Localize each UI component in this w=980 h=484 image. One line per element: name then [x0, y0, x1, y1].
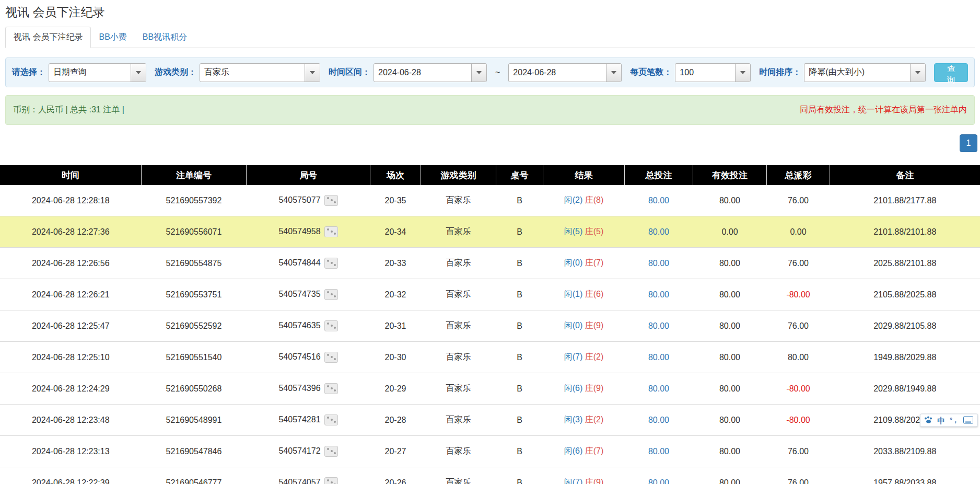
- chevron-down-icon[interactable]: [910, 64, 925, 82]
- sort-order-select[interactable]: [804, 63, 926, 82]
- valid-bet-cell: 80.00: [693, 310, 767, 342]
- sort-order-group: 时间排序：: [759, 63, 926, 82]
- valid-bet-cell: 0.00: [693, 216, 767, 248]
- time-cell: 2024-06-28 12:26:21: [0, 279, 142, 310]
- query-type-input[interactable]: [49, 64, 131, 82]
- total-bet-link[interactable]: 80.00: [648, 384, 669, 393]
- total-bet-link[interactable]: 80.00: [648, 227, 669, 236]
- tab-active[interactable]: 视讯 会员下注纪录: [5, 27, 91, 48]
- dice-icon[interactable]: [324, 289, 338, 300]
- chevron-down-icon[interactable]: [606, 64, 621, 82]
- total-bet-link[interactable]: 80.00: [648, 290, 669, 299]
- round-number: 540574516: [278, 352, 320, 361]
- tab-link[interactable]: BB小费: [91, 27, 134, 48]
- search-button[interactable]: 查询: [934, 63, 968, 82]
- date-to-group: [508, 63, 622, 82]
- date-to-picker[interactable]: [508, 63, 622, 82]
- page-size-select[interactable]: [675, 63, 751, 82]
- time-cell: 2024-06-28 12:27:36: [0, 216, 142, 248]
- round-number-cell: 540574172: [247, 436, 370, 467]
- date-from-picker[interactable]: [374, 63, 487, 82]
- remark-cell: 2101.88/2101.88: [830, 216, 980, 248]
- game-type-cell: 百家乐: [421, 405, 496, 436]
- ime-keyboard-icon[interactable]: [963, 417, 973, 424]
- date-from-input[interactable]: [374, 64, 471, 82]
- dice-icon[interactable]: [324, 352, 338, 363]
- player-result: 闲(0): [564, 321, 583, 330]
- valid-bet-cell: 80.00: [693, 436, 767, 467]
- banker-result: 庄(6): [585, 290, 604, 298]
- dice-icon[interactable]: [324, 446, 338, 457]
- dice-icon[interactable]: [324, 414, 338, 425]
- dice-icon[interactable]: [324, 195, 338, 206]
- column-header: 局号: [247, 165, 370, 185]
- round-number: 540574635: [278, 321, 320, 330]
- ime-punctuation-icon[interactable]: °，: [950, 417, 959, 423]
- banker-result: 庄(9): [585, 321, 604, 330]
- table-row: 2024-06-28 12:26:56521690554875540574844…: [0, 248, 980, 279]
- page-button-1[interactable]: 1: [960, 134, 977, 152]
- date-range-label: 时间区间：: [329, 67, 370, 78]
- query-type-select[interactable]: [49, 63, 146, 82]
- column-header: 总投注: [625, 165, 693, 185]
- time-cell: 2024-06-28 12:26:56: [0, 248, 142, 279]
- game-type-cell: 百家乐: [421, 185, 496, 216]
- valid-bet-cell: 80.00: [693, 279, 767, 310]
- sort-order-input[interactable]: [804, 64, 910, 82]
- table-row: 2024-06-28 12:25:47521690552592540574635…: [0, 310, 980, 342]
- ime-language-mode[interactable]: 中: [937, 416, 945, 424]
- remark-cell: 2029.88/1949.88: [830, 373, 980, 405]
- page-size-label: 每页笔数：: [630, 67, 672, 78]
- chevron-down-icon[interactable]: [471, 64, 486, 82]
- total-bet-cell: 80.00: [625, 467, 693, 484]
- chevron-down-icon[interactable]: [735, 64, 750, 82]
- tab-link[interactable]: BB视讯积分: [135, 27, 195, 48]
- dice-icon[interactable]: [324, 477, 338, 484]
- game-type-select[interactable]: [200, 63, 320, 82]
- table-row: 2024-06-28 12:25:10521690551540540574516…: [0, 342, 980, 373]
- round-number: 540574172: [278, 446, 320, 455]
- page-size-input[interactable]: [675, 64, 735, 82]
- result-cell: 闲(5) 庄(5): [543, 216, 625, 248]
- time-cell: 2024-06-28 12:25:47: [0, 310, 142, 342]
- total-bet-link[interactable]: 80.00: [648, 196, 669, 205]
- round-number-cell: 540574057: [247, 467, 370, 484]
- table-row: 2024-06-28 12:24:29521690550268540574396…: [0, 373, 980, 405]
- column-header: 场次: [370, 165, 421, 185]
- total-bet-link[interactable]: 80.00: [648, 353, 669, 362]
- total-bet-cell: 80.00: [625, 373, 693, 405]
- total-bet-link[interactable]: 80.00: [648, 259, 669, 268]
- player-result: 闲(6): [564, 384, 583, 393]
- payout-cell: 76.00: [767, 248, 830, 279]
- table-number-cell: B: [496, 436, 543, 467]
- payout-cell: 76.00: [767, 310, 830, 342]
- dice-icon[interactable]: [324, 258, 338, 269]
- game-type-label: 游戏类别：: [155, 67, 196, 78]
- round-number-cell: 540574958: [247, 216, 370, 248]
- game-type-cell: 百家乐: [421, 310, 496, 342]
- dice-icon[interactable]: [324, 226, 338, 237]
- player-result: 闲(6): [564, 446, 583, 455]
- result-cell: 闲(6) 庄(9): [543, 373, 625, 405]
- player-result: 闲(2): [564, 195, 583, 204]
- total-bet-link[interactable]: 80.00: [648, 321, 669, 330]
- game-type-input[interactable]: [200, 64, 305, 82]
- bet-number-cell: 521690552592: [142, 310, 247, 342]
- total-bet-cell: 80.00: [625, 279, 693, 310]
- result-cell: 闲(3) 庄(2): [543, 405, 625, 436]
- total-bet-link[interactable]: 80.00: [648, 416, 669, 424]
- dice-icon[interactable]: [324, 320, 338, 331]
- dice-icon[interactable]: [324, 383, 338, 394]
- player-result: 闲(7): [564, 352, 583, 361]
- chevron-down-icon[interactable]: [131, 64, 146, 82]
- total-bet-link[interactable]: 80.00: [648, 447, 669, 456]
- round-number: 540574396: [278, 384, 320, 393]
- player-result: 闲(1): [564, 290, 583, 298]
- total-bet-link[interactable]: 80.00: [648, 478, 669, 484]
- ime-paw-icon[interactable]: [925, 417, 932, 424]
- chevron-down-icon[interactable]: [305, 64, 320, 82]
- date-to-input[interactable]: [509, 64, 606, 82]
- session-cell: 20-32: [370, 279, 421, 310]
- page-size-group: 每页笔数：: [630, 63, 751, 82]
- round-number: 540574844: [278, 258, 320, 267]
